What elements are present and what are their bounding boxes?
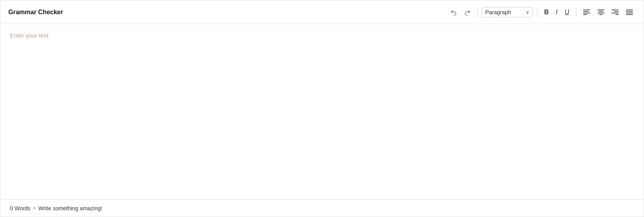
align-justify-button[interactable] — [623, 8, 636, 17]
editor-area[interactable]: Enter your text — [0, 24, 644, 199]
align-left-icon-3 — [583, 13, 590, 13]
header: Grammar Checker Paragraph ∨ — [0, 0, 644, 24]
word-count: 0 Words — [10, 205, 30, 211]
align-left-icon — [583, 9, 590, 10]
undo-button[interactable] — [448, 7, 460, 17]
align-justify-icon-2 — [626, 11, 633, 12]
align-left-icon-4 — [583, 14, 587, 15]
align-right-icon-3 — [612, 13, 619, 13]
align-center-icon-3 — [597, 13, 604, 13]
paragraph-label: Paragraph — [485, 9, 523, 15]
redo-button[interactable] — [461, 7, 473, 17]
bold-button[interactable]: B — [541, 7, 551, 18]
align-center-icon-4 — [599, 14, 602, 15]
italic-label: I — [556, 9, 557, 16]
align-left-icon-2 — [583, 11, 589, 12]
align-center-button[interactable] — [595, 8, 607, 17]
align-right-icon — [612, 9, 619, 10]
align-center-icon-2 — [599, 11, 603, 12]
divider-2 — [537, 8, 537, 17]
status-dot: • — [34, 206, 35, 211]
chevron-down-icon: ∨ — [526, 9, 529, 15]
align-center-icon — [597, 9, 604, 10]
align-justify-icon-4 — [626, 14, 633, 15]
app-container: Grammar Checker Paragraph ∨ — [0, 0, 644, 217]
bold-label: B — [544, 9, 549, 16]
align-right-icon-2 — [614, 11, 619, 12]
align-justify-icon — [626, 9, 633, 10]
app-title: Grammar Checker — [8, 9, 63, 16]
underline-label: U — [565, 9, 569, 16]
align-right-icon-4 — [616, 14, 619, 15]
toolbar: Paragraph ∨ B I U — [448, 7, 636, 18]
status-bar: 0 Words • Write something amazing! — [0, 199, 644, 217]
undo-icon — [451, 9, 457, 15]
redo-icon — [464, 9, 470, 15]
divider-3 — [576, 8, 576, 17]
paragraph-select[interactable]: Paragraph ∨ — [482, 7, 533, 17]
italic-button[interactable]: I — [553, 7, 560, 18]
align-right-button[interactable] — [609, 8, 621, 17]
status-message: Write something amazing! — [38, 205, 102, 211]
align-justify-icon-3 — [626, 13, 633, 13]
editor-content[interactable] — [10, 32, 634, 191]
align-left-button[interactable] — [580, 8, 593, 17]
underline-button[interactable]: U — [562, 7, 572, 18]
divider-1 — [477, 8, 478, 17]
